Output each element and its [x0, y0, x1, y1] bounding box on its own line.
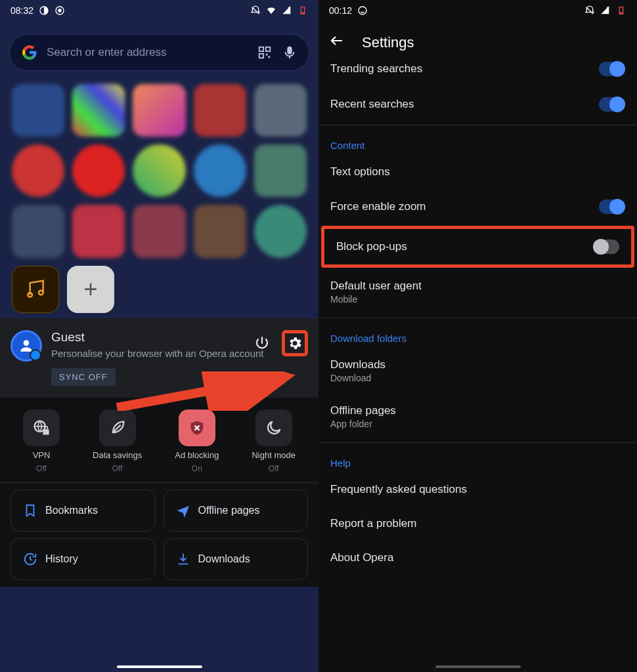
home-indicator [117, 665, 202, 668]
music-icon [22, 276, 49, 303]
search-bar[interactable]: Search or enter address [9, 34, 309, 71]
toggle-force-zoom[interactable] [599, 200, 625, 214]
quick-vpn[interactable]: VPN Off [23, 410, 60, 473]
power-icon [254, 335, 270, 351]
row-block-popups[interactable]: Block pop-ups [321, 226, 634, 268]
toggle-recent[interactable] [599, 97, 625, 112]
speed-dial-tile[interactable] [72, 205, 125, 257]
svg-text:x: x [606, 5, 608, 9]
search-placeholder: Search or enter address [47, 46, 248, 59]
dnd-icon [250, 5, 261, 16]
download-icon [176, 552, 190, 566]
speed-dial-tile[interactable] [12, 205, 64, 257]
page-title: Settings [362, 34, 414, 51]
row-user-agent[interactable]: Default user agent Mobile [318, 269, 637, 315]
svg-point-2 [58, 9, 61, 12]
shield-block-icon [188, 419, 206, 437]
svg-rect-10 [269, 56, 271, 58]
svg-rect-5 [301, 12, 304, 14]
speed-dial-tile[interactable] [12, 144, 64, 197]
speed-dial-grid [0, 84, 318, 136]
home-indicator [435, 665, 521, 668]
row-text-options[interactable]: Text options [318, 155, 637, 189]
whatsapp-icon [357, 5, 368, 16]
offline-pages-button[interactable]: Offline pages [164, 490, 309, 532]
battery-icon [616, 5, 626, 16]
qr-icon[interactable] [257, 45, 272, 60]
gear-icon [287, 335, 303, 351]
music-tile[interactable] [12, 266, 59, 313]
chrome-icon [55, 5, 65, 16]
moon-icon [265, 419, 283, 437]
speed-dial-tile[interactable] [194, 205, 246, 257]
row-downloads-folder[interactable]: Downloads Download [318, 348, 637, 394]
quick-night-mode[interactable]: Night mode Off [252, 410, 295, 473]
status-bar: 08:32 x [0, 0, 318, 21]
signal-icon: x [282, 5, 292, 16]
row-faq[interactable]: Frequently asked questions [318, 472, 637, 507]
back-button[interactable] [329, 33, 345, 52]
toggle-block-popups[interactable] [593, 240, 619, 254]
svg-text:x: x [288, 5, 290, 9]
speed-dial-tile[interactable] [194, 84, 246, 136]
speed-dial-tile[interactable] [254, 84, 307, 136]
svg-point-15 [359, 7, 366, 14]
downloads-button[interactable]: Downloads [164, 538, 309, 580]
section-download-folders: Download folders [318, 321, 637, 348]
bookmarks-button[interactable]: Bookmarks [11, 490, 156, 532]
speed-dial-tile[interactable] [254, 205, 307, 257]
quick-ad-blocking[interactable]: Ad blocking On [175, 410, 219, 473]
row-trending-searches[interactable]: Trending searches [318, 59, 637, 87]
section-help: Help [318, 446, 637, 472]
signal-icon: x [600, 5, 611, 16]
history-button[interactable]: History [11, 538, 156, 580]
speed-dial-tile[interactable] [133, 144, 185, 197]
speed-dial-tile[interactable] [133, 205, 185, 257]
row-recent-searches[interactable]: Recent searches [318, 87, 637, 122]
svg-rect-8 [259, 54, 263, 58]
plane-icon [176, 503, 190, 518]
dnd-icon [584, 5, 595, 16]
speed-dial-tile[interactable] [133, 84, 185, 136]
arrow-left-icon [329, 33, 345, 49]
sync-badge[interactable]: SYNC OFF [51, 368, 116, 386]
row-offline-pages-folder[interactable]: Offline pages App folder [318, 394, 637, 440]
svg-rect-6 [259, 47, 263, 51]
speed-dial-tile[interactable] [194, 144, 246, 197]
status-bar: 00:12 x [318, 0, 637, 21]
battery-icon [297, 5, 308, 16]
speed-dial-tile[interactable] [12, 84, 64, 136]
account-subtitle: Personalise your browser with an Opera a… [51, 347, 264, 360]
account-name: Guest [51, 330, 264, 345]
toggle-trending[interactable] [599, 62, 625, 76]
power-button[interactable] [249, 330, 275, 356]
google-logo-icon [22, 45, 37, 60]
mic-icon[interactable] [282, 45, 297, 60]
row-report-problem[interactable]: Report a problem [318, 507, 637, 541]
speed-dial-tile[interactable] [254, 144, 307, 197]
status-time: 00:12 [329, 5, 352, 16]
firefox-icon [39, 5, 49, 16]
add-speed-dial-button[interactable]: + [67, 266, 114, 313]
avatar-edit-icon [30, 349, 41, 361]
row-force-zoom[interactable]: Force enable zoom [318, 189, 637, 224]
settings-header: Settings [318, 21, 637, 59]
speed-dial-tile[interactable] [72, 84, 125, 136]
quick-toggles: VPN Off Data savings Off Ad blocking On … [0, 398, 318, 482]
wifi-icon [266, 5, 276, 16]
svg-point-11 [24, 340, 30, 346]
svg-rect-7 [266, 47, 270, 51]
history-icon [23, 552, 37, 566]
opera-home-screen: 08:32 x Search or enter address [0, 0, 318, 672]
leaf-icon [108, 419, 127, 437]
speed-dial-tile[interactable] [72, 144, 125, 197]
settings-gear-button[interactable] [282, 330, 308, 356]
section-content: Content [318, 128, 637, 155]
svg-rect-9 [266, 54, 268, 56]
account-panel: Guest Personalise your browser with an O… [0, 318, 318, 398]
quick-data-savings[interactable]: Data savings Off [93, 410, 142, 473]
row-about-opera[interactable]: About Opera [318, 541, 637, 575]
globe-lock-icon [32, 419, 51, 437]
bookmark-icon [23, 503, 37, 518]
avatar[interactable] [11, 330, 42, 362]
